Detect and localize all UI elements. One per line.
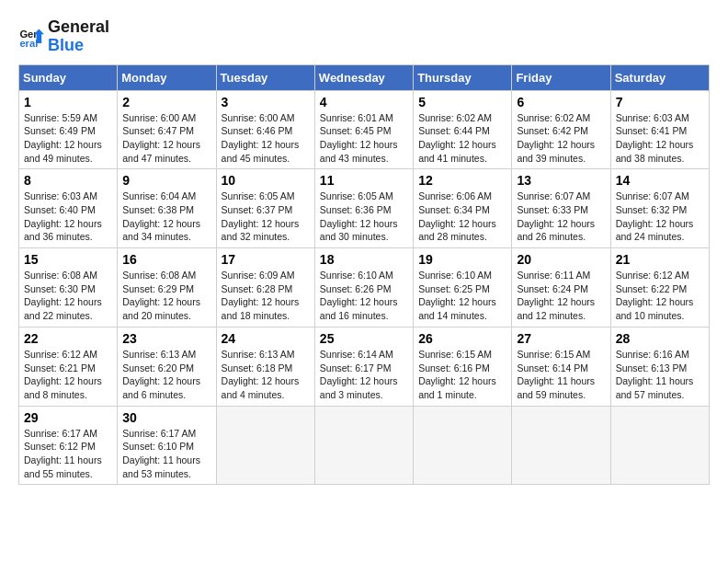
day-number: 6 bbox=[517, 95, 605, 109]
calendar-week-1: 1Sunrise: 5:59 AM Sunset: 6:49 PM Daylig… bbox=[19, 90, 710, 169]
day-number: 10 bbox=[222, 173, 310, 188]
day-info: Sunrise: 6:08 AM Sunset: 6:30 PM Dayligh… bbox=[24, 269, 112, 323]
day-header-friday: Friday bbox=[512, 64, 610, 90]
day-number: 8 bbox=[24, 173, 112, 188]
calendar-cell bbox=[414, 406, 512, 485]
calendar-cell: 3Sunrise: 6:00 AM Sunset: 6:46 PM Daylig… bbox=[216, 90, 314, 169]
day-number: 16 bbox=[122, 252, 210, 267]
day-info: Sunrise: 6:05 AM Sunset: 6:37 PM Dayligh… bbox=[222, 190, 310, 244]
day-info: Sunrise: 6:10 AM Sunset: 6:25 PM Dayligh… bbox=[418, 269, 506, 323]
calendar-cell: 16Sunrise: 6:08 AM Sunset: 6:29 PM Dayli… bbox=[118, 248, 216, 327]
day-header-wednesday: Wednesday bbox=[314, 64, 413, 90]
day-number: 12 bbox=[418, 173, 506, 188]
day-info: Sunrise: 6:16 AM Sunset: 6:13 PM Dayligh… bbox=[616, 348, 704, 402]
day-number: 17 bbox=[222, 252, 310, 267]
calendar-cell: 25Sunrise: 6:14 AM Sunset: 6:17 PM Dayli… bbox=[314, 327, 413, 406]
calendar-week-4: 22Sunrise: 6:12 AM Sunset: 6:21 PM Dayli… bbox=[19, 327, 710, 406]
day-number: 7 bbox=[616, 95, 704, 109]
day-info: Sunrise: 6:12 AM Sunset: 6:22 PM Dayligh… bbox=[616, 269, 704, 323]
day-info: Sunrise: 6:05 AM Sunset: 6:36 PM Dayligh… bbox=[320, 190, 408, 244]
day-number: 29 bbox=[24, 410, 112, 425]
day-number: 15 bbox=[24, 252, 112, 267]
day-info: Sunrise: 6:17 AM Sunset: 6:10 PM Dayligh… bbox=[122, 427, 210, 481]
calendar-cell bbox=[512, 406, 610, 485]
day-number: 25 bbox=[320, 331, 408, 346]
calendar-cell: 10Sunrise: 6:05 AM Sunset: 6:37 PM Dayli… bbox=[216, 169, 314, 248]
day-info: Sunrise: 6:03 AM Sunset: 6:40 PM Dayligh… bbox=[24, 190, 112, 244]
calendar-week-2: 8Sunrise: 6:03 AM Sunset: 6:40 PM Daylig… bbox=[19, 169, 710, 248]
calendar-cell: 12Sunrise: 6:06 AM Sunset: 6:34 PM Dayli… bbox=[414, 169, 512, 248]
svg-text:eral: eral bbox=[19, 38, 38, 49]
day-number: 20 bbox=[517, 252, 605, 267]
day-info: Sunrise: 6:09 AM Sunset: 6:28 PM Dayligh… bbox=[222, 269, 310, 323]
day-header-thursday: Thursday bbox=[414, 64, 512, 90]
calendar-cell: 2Sunrise: 6:00 AM Sunset: 6:47 PM Daylig… bbox=[118, 90, 216, 169]
day-number: 18 bbox=[320, 252, 408, 267]
day-info: Sunrise: 6:03 AM Sunset: 6:41 PM Dayligh… bbox=[616, 111, 704, 166]
calendar-cell: 7Sunrise: 6:03 AM Sunset: 6:41 PM Daylig… bbox=[610, 90, 709, 169]
day-number: 3 bbox=[222, 95, 310, 109]
day-info: Sunrise: 6:12 AM Sunset: 6:21 PM Dayligh… bbox=[24, 348, 112, 402]
calendar-cell: 4Sunrise: 6:01 AM Sunset: 6:45 PM Daylig… bbox=[314, 90, 413, 169]
calendar-cell: 30Sunrise: 6:17 AM Sunset: 6:10 PM Dayli… bbox=[118, 406, 216, 485]
day-info: Sunrise: 5:59 AM Sunset: 6:49 PM Dayligh… bbox=[24, 111, 112, 166]
calendar-cell: 9Sunrise: 6:04 AM Sunset: 6:38 PM Daylig… bbox=[118, 169, 216, 248]
day-header-monday: Monday bbox=[118, 64, 216, 90]
day-info: Sunrise: 6:04 AM Sunset: 6:38 PM Dayligh… bbox=[122, 190, 210, 244]
calendar-cell: 19Sunrise: 6:10 AM Sunset: 6:25 PM Dayli… bbox=[414, 248, 512, 327]
day-header-tuesday: Tuesday bbox=[216, 64, 314, 90]
day-info: Sunrise: 6:14 AM Sunset: 6:17 PM Dayligh… bbox=[320, 348, 408, 402]
day-number: 11 bbox=[320, 173, 408, 188]
day-info: Sunrise: 6:00 AM Sunset: 6:46 PM Dayligh… bbox=[222, 111, 310, 166]
calendar-cell bbox=[314, 406, 413, 485]
day-number: 23 bbox=[122, 331, 210, 346]
header: Gen eral General Blue bbox=[18, 18, 710, 55]
day-number: 4 bbox=[320, 95, 408, 109]
day-info: Sunrise: 6:01 AM Sunset: 6:45 PM Dayligh… bbox=[320, 111, 408, 166]
day-header-sunday: Sunday bbox=[19, 64, 118, 90]
day-header-saturday: Saturday bbox=[610, 64, 709, 90]
day-info: Sunrise: 6:11 AM Sunset: 6:24 PM Dayligh… bbox=[517, 269, 605, 323]
calendar-cell: 28Sunrise: 6:16 AM Sunset: 6:13 PM Dayli… bbox=[610, 327, 709, 406]
calendar-cell: 14Sunrise: 6:07 AM Sunset: 6:32 PM Dayli… bbox=[610, 169, 709, 248]
day-number: 2 bbox=[122, 95, 210, 109]
day-number: 22 bbox=[24, 331, 112, 346]
day-info: Sunrise: 6:08 AM Sunset: 6:29 PM Dayligh… bbox=[122, 269, 210, 323]
calendar-cell: 1Sunrise: 5:59 AM Sunset: 6:49 PM Daylig… bbox=[19, 90, 118, 169]
calendar-cell: 5Sunrise: 6:02 AM Sunset: 6:44 PM Daylig… bbox=[414, 90, 512, 169]
day-number: 5 bbox=[418, 95, 506, 109]
calendar-cell: 17Sunrise: 6:09 AM Sunset: 6:28 PM Dayli… bbox=[216, 248, 314, 327]
day-number: 13 bbox=[517, 173, 605, 188]
calendar-cell: 11Sunrise: 6:05 AM Sunset: 6:36 PM Dayli… bbox=[314, 169, 413, 248]
calendar-table: SundayMondayTuesdayWednesdayThursdayFrid… bbox=[18, 64, 710, 486]
calendar-cell: 15Sunrise: 6:08 AM Sunset: 6:30 PM Dayli… bbox=[19, 248, 118, 327]
day-number: 1 bbox=[24, 95, 112, 109]
day-info: Sunrise: 6:06 AM Sunset: 6:34 PM Dayligh… bbox=[418, 190, 506, 244]
day-info: Sunrise: 6:02 AM Sunset: 6:44 PM Dayligh… bbox=[418, 111, 506, 166]
day-info: Sunrise: 6:00 AM Sunset: 6:47 PM Dayligh… bbox=[122, 111, 210, 166]
day-info: Sunrise: 6:02 AM Sunset: 6:42 PM Dayligh… bbox=[517, 111, 605, 166]
day-info: Sunrise: 6:07 AM Sunset: 6:32 PM Dayligh… bbox=[616, 190, 704, 244]
day-number: 26 bbox=[418, 331, 506, 346]
calendar-header: SundayMondayTuesdayWednesdayThursdayFrid… bbox=[19, 64, 710, 90]
day-info: Sunrise: 6:07 AM Sunset: 6:33 PM Dayligh… bbox=[517, 190, 605, 244]
day-number: 14 bbox=[616, 173, 704, 188]
day-info: Sunrise: 6:15 AM Sunset: 6:14 PM Dayligh… bbox=[517, 348, 605, 402]
day-number: 19 bbox=[418, 252, 506, 267]
calendar-cell bbox=[216, 406, 314, 485]
day-number: 24 bbox=[222, 331, 310, 346]
calendar-cell: 13Sunrise: 6:07 AM Sunset: 6:33 PM Dayli… bbox=[512, 169, 610, 248]
calendar-cell: 8Sunrise: 6:03 AM Sunset: 6:40 PM Daylig… bbox=[19, 169, 118, 248]
day-number: 9 bbox=[122, 173, 210, 188]
calendar-cell: 20Sunrise: 6:11 AM Sunset: 6:24 PM Dayli… bbox=[512, 248, 610, 327]
day-number: 27 bbox=[517, 331, 605, 346]
calendar-week-3: 15Sunrise: 6:08 AM Sunset: 6:30 PM Dayli… bbox=[19, 248, 710, 327]
calendar-cell: 21Sunrise: 6:12 AM Sunset: 6:22 PM Dayli… bbox=[610, 248, 709, 327]
day-info: Sunrise: 6:17 AM Sunset: 6:12 PM Dayligh… bbox=[24, 427, 112, 481]
calendar-cell: 27Sunrise: 6:15 AM Sunset: 6:14 PM Dayli… bbox=[512, 327, 610, 406]
logo-name: General Blue bbox=[48, 18, 109, 55]
calendar-cell: 24Sunrise: 6:13 AM Sunset: 6:18 PM Dayli… bbox=[216, 327, 314, 406]
logo-icon: Gen eral bbox=[18, 24, 44, 50]
calendar-cell: 6Sunrise: 6:02 AM Sunset: 6:42 PM Daylig… bbox=[512, 90, 610, 169]
day-info: Sunrise: 6:10 AM Sunset: 6:26 PM Dayligh… bbox=[320, 269, 408, 323]
